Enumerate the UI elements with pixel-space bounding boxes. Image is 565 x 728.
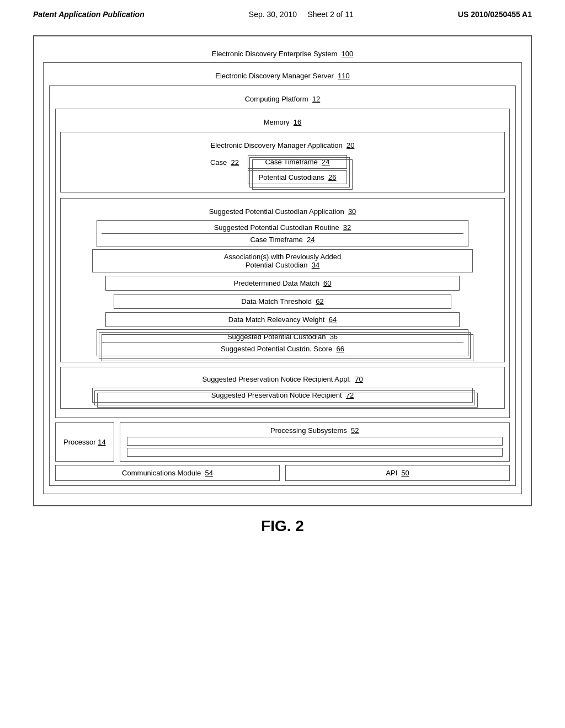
potential-custodians-box: Potential Custodians 26 [248,170,347,184]
spn-ref: 72 [346,391,354,399]
case-boxes: Case Timeframe 24 Potential Custodians 2… [248,155,347,184]
processor-row: Processor 14 Processing Subsystems 52 [55,422,510,462]
cm-text: Communications Module [122,469,201,477]
memory-label: Memory 16 [60,116,505,129]
spc-box: Suggested Potential Custodian 36 Suggest… [97,329,468,356]
edm-app-label: Electronic Discovery Manager Application… [65,139,500,152]
cm-ref: 54 [205,469,212,477]
server-section: Electronic Discovery Manager Server 110 … [43,62,522,494]
edm-app-section: Electronic Discovery Manager Application… [60,132,505,192]
computing-ref: 12 [312,95,320,103]
enterprise-ref: 100 [342,50,354,58]
memory-text: Memory [264,118,290,126]
potential-custodians-ref: 26 [328,173,336,181]
spn-box: Suggested Preservation Notice Recipient … [92,388,473,403]
patent-number: US 2010/0250455 A1 [458,10,532,19]
diagram-container: Electronic Discovery Enterprise System 1… [33,35,532,506]
dmt-ref: 62 [316,297,323,306]
score-text: Suggested Potential Custdn. Score [221,345,332,353]
header-center: Sep. 30, 2010 Sheet 2 of 11 [249,10,354,19]
case-label: Case 22 [210,155,239,167]
case-timeframe-ref: 24 [322,158,329,166]
spc-routine-text: Suggested Potential Custodian Routine [214,223,339,232]
communications-module-box: Communications Module 54 [55,465,280,481]
sheet-label: Sheet 2 of 11 [307,10,353,19]
enterprise-system-label: Electronic Discovery Enterprise System 1… [43,47,522,60]
spn-appl-text: Suggested Preservation Notice Recipient … [202,375,351,383]
case-timeframe2-text: Case Timeframe [250,235,302,244]
computing-text: Computing Platform [245,95,308,103]
spn-appl-label: Suggested Preservation Notice Recipient … [66,373,499,386]
fig-label: FIG. 2 [0,517,565,535]
header-left: Patent Application Publication [33,10,145,19]
ps-inner-1 [127,437,503,446]
pdm-text: Predetermined Data Match [233,279,319,287]
fig-text: FIG. 2 [261,517,304,534]
server-label: Electronic Discovery Manager Server 110 [49,69,516,82]
ps-text: Processing Subsystems [270,426,347,435]
api-box: API 50 [285,465,510,481]
spc-routine-box: Suggested Potential Custodian Routine 32… [97,220,468,247]
pdm-box: Predetermined Data Match 60 [105,276,460,291]
case-row: Case 22 Case Timeframe 24 Potential Cust… [65,155,500,184]
spc-app-label: Suggested Potential Custodian Applicatio… [66,205,499,218]
score-label: Suggested Potential Custdn. Score 66 [102,345,463,353]
case-timeframe-box: Case Timeframe 24 [248,155,347,169]
memory-section: Memory 16 Electronic Discovery Manager A… [55,109,510,418]
ps-ref: 52 [351,426,359,435]
date-label: Sep. 30, 2010 [249,10,297,19]
spn-box-wrapper: Suggested Preservation Notice Recipient … [92,388,473,403]
processor-text: Processor [63,438,96,446]
publication-label: Patent Application Publication [33,10,145,19]
spn-text: Suggested Preservation Notice Recipient [211,391,342,399]
case-timeframe-text: Case Timeframe [265,158,317,166]
api-ref: 50 [401,469,409,477]
processor-ref: 14 [98,438,105,446]
spn-appl-ref: 70 [355,375,363,383]
bottom-area: Processor 14 Processing Subsystems 52 [55,422,510,481]
spc-app-section: Suggested Potential Custodian Applicatio… [60,198,505,362]
spc-score-wrapper: Suggested Potential Custodian 36 Suggest… [97,329,468,356]
dmr-text: Data Match Relevancy Weight [228,315,325,324]
server-ref: 110 [338,72,350,80]
dmt-box: Data Match Threshold 62 [114,294,451,309]
ps-inner-2 [127,448,503,457]
case-timeframe2-ref: 24 [307,235,315,244]
score-ref: 66 [337,345,344,353]
spc-app-text: Suggested Potential Custodian Applicatio… [209,207,344,216]
spc-routine-ref: 32 [343,223,351,232]
assoc-ref: 34 [312,261,319,269]
assoc-text-2: Potential Custodian 34 [97,261,468,269]
server-text: Electronic Discovery Manager Server [215,72,334,80]
dmr-ref: 64 [329,315,337,324]
processor-box: Processor 14 [55,422,114,462]
dmt-text: Data Match Threshold [241,297,312,306]
ps-label: Processing Subsystems 52 [126,426,504,435]
edm-ref: 20 [347,141,354,149]
assoc-label2-text: Potential Custodian [246,261,308,269]
spc-inner-text: Suggested Potential Custodian [227,333,326,341]
bottom-row: Communications Module 54 API 50 [55,465,510,481]
assoc-text-1: Association(s) with Previously Added [97,253,468,261]
computing-section: Computing Platform 12 Memory 16 Electron… [49,85,516,486]
spc-inner-ref: 36 [330,333,338,341]
assoc-label-text: Association(s) with Previously Added [224,253,341,261]
api-text: API [386,469,397,477]
case-text: Case [210,158,227,167]
memory-ref: 16 [294,118,301,126]
dmr-box: Data Match Relevancy Weight 64 [105,312,460,327]
spn-section: Suggested Preservation Notice Recipient … [60,367,505,409]
spc-app-ref: 30 [348,207,356,216]
case-ref: 22 [231,158,239,167]
computing-label: Computing Platform 12 [55,93,510,105]
spc-inner-label: Suggested Potential Custodian 36 [102,333,463,341]
potential-custodians-text: Potential Custodians [259,173,324,181]
page-header: Patent Application Publication Sep. 30, … [0,0,565,24]
processing-subsystems-box: Processing Subsystems 52 [120,422,510,462]
pdm-ref: 60 [323,279,331,287]
header-right: US 2010/0250455 A1 [458,10,532,19]
assoc-box: Association(s) with Previously Added Pot… [92,249,473,272]
edm-app-text: Electronic Discovery Manager Application [211,141,343,149]
case-timeframe2-label: Case Timeframe 24 [102,235,463,244]
spc-routine-label: Suggested Potential Custodian Routine 32 [102,223,463,232]
